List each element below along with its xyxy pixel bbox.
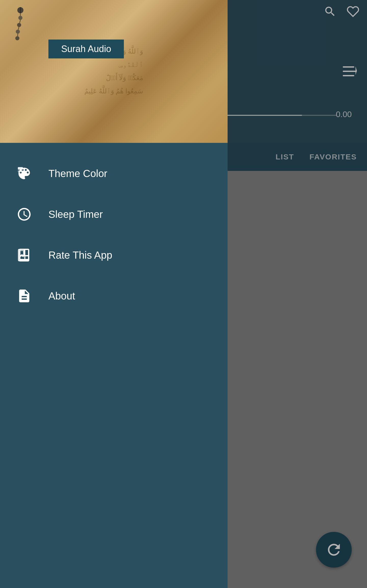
drawer-header-image: وَٱللَّهُ وَٱلَّذِينَ ٱلْقُدُّوسِ مَعَكُ… bbox=[0, 0, 228, 143]
svg-line-20 bbox=[18, 27, 19, 30]
navigation-drawer: وَٱللَّهُ وَٱلَّذِينَ ٱلْقُدُّوسِ مَعَكُ… bbox=[0, 0, 228, 588]
svg-point-14 bbox=[18, 16, 22, 20]
rate-app-label: Rate This App bbox=[48, 249, 112, 261]
theme-color-label: Theme Color bbox=[48, 168, 107, 179]
menu-item-theme-color[interactable]: Theme Color bbox=[0, 153, 228, 194]
svg-point-15 bbox=[17, 23, 21, 27]
about-label: About bbox=[48, 290, 75, 302]
drawer-dim-overlay[interactable] bbox=[228, 0, 367, 588]
theme-color-icon bbox=[15, 165, 33, 182]
svg-line-19 bbox=[20, 20, 20, 23]
menu-item-about[interactable]: About bbox=[0, 276, 228, 316]
drawer-app-title: Surah Audio bbox=[48, 40, 124, 58]
rate-app-icon bbox=[15, 246, 33, 264]
svg-line-21 bbox=[18, 34, 18, 36]
drawer-menu-list: Theme Color Sleep Timer Rate This App bbox=[0, 143, 228, 588]
svg-point-17 bbox=[15, 36, 19, 40]
drawer-beads bbox=[5, 5, 36, 56]
svg-rect-22 bbox=[18, 167, 23, 170]
svg-point-16 bbox=[16, 30, 20, 34]
sleep-timer-label: Sleep Timer bbox=[48, 209, 103, 220]
svg-rect-23 bbox=[18, 170, 23, 172]
menu-item-rate-app[interactable]: Rate This App bbox=[0, 235, 228, 276]
about-icon bbox=[15, 287, 33, 305]
menu-item-sleep-timer[interactable]: Sleep Timer bbox=[0, 194, 228, 235]
sleep-timer-icon bbox=[15, 205, 33, 223]
